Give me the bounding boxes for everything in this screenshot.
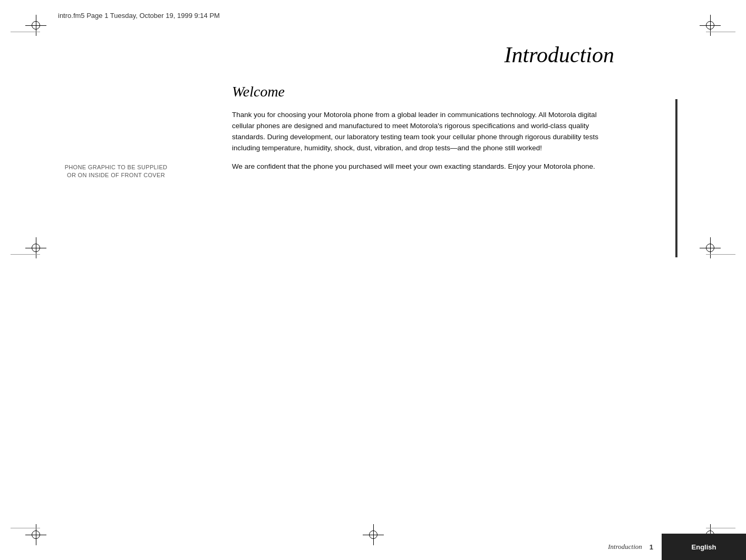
intro-title: Introduction xyxy=(58,42,688,67)
phone-graphic-label: PHONE GRAPHIC TO BE SUPPLIED OR ON INSID… xyxy=(58,163,174,180)
crosshair-mid-right xyxy=(700,237,721,258)
rule-mid-left xyxy=(11,254,40,255)
rule-bot-left xyxy=(11,528,40,528)
paragraph-1: Thank you for choosing your Motorola pho… xyxy=(232,110,610,154)
paragraph-2: We are confident that the phone you purc… xyxy=(232,161,610,172)
crosshair-top-left xyxy=(25,15,46,36)
welcome-heading: Welcome xyxy=(58,83,688,100)
rule-top-right xyxy=(706,32,735,32)
footer-page-number: 1 xyxy=(645,543,662,551)
footer-italic-text: Introduction xyxy=(608,543,645,551)
file-info: intro.fm5 Page 1 Tuesday, October 19, 19… xyxy=(58,12,220,20)
crosshair-top-right xyxy=(700,15,721,36)
rule-top-left xyxy=(11,32,40,32)
footer: Introduction 1 English xyxy=(0,534,746,560)
main-content: Introduction Welcome Thank you for choos… xyxy=(58,42,688,180)
body-text-container: Thank you for choosing your Motorola pho… xyxy=(58,110,688,172)
footer-language-box: English xyxy=(662,534,746,560)
rule-mid-right xyxy=(706,254,735,255)
crosshair-mid-left xyxy=(25,237,46,258)
rule-bot-right xyxy=(706,528,735,528)
footer-content: Introduction 1 English xyxy=(608,534,746,560)
